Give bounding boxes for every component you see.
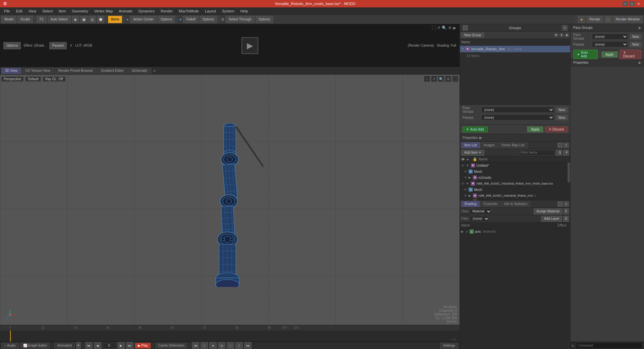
play-btn[interactable]: ▶ Play bbox=[135, 343, 151, 349]
vp-settings-icon[interactable]: ⚙ bbox=[445, 76, 451, 82]
item-list-scrollthumb[interactable] bbox=[568, 162, 570, 183]
item-directional-light[interactable]: 👁 ▶ ☀ Directional Light bbox=[460, 199, 570, 200]
vp-home-icon[interactable]: ⌂ bbox=[424, 76, 430, 82]
shading-item-arm[interactable]: ▶ ✓ ● arm (Material) bbox=[460, 229, 570, 235]
anim-icon-1[interactable]: ⏮ bbox=[192, 342, 199, 349]
pass-groups-select[interactable]: (none) bbox=[481, 107, 554, 113]
shading-s-btn[interactable]: S bbox=[563, 216, 569, 222]
sculpt-tab-btn[interactable]: Sculpt bbox=[17, 16, 33, 23]
menu-edit[interactable]: Edit bbox=[13, 8, 25, 14]
model-tab-btn[interactable]: Model bbox=[1, 16, 16, 23]
tab-render-preset[interactable]: Render Preset Browser bbox=[55, 68, 97, 74]
preview-zoom-icon[interactable]: 🔍 bbox=[442, 26, 447, 30]
audio-btn[interactable]: ♪ Audio bbox=[1, 343, 19, 349]
menu-maxtomodo[interactable]: MaxToModo bbox=[176, 8, 202, 14]
falloff-btn[interactable]: Falloff bbox=[183, 16, 198, 23]
preview-paused-btn[interactable]: Paused bbox=[49, 42, 67, 49]
render-btn[interactable]: Render bbox=[586, 16, 603, 23]
item-m2modo[interactable]: 👁 ▶ ⬟ m2modo bbox=[460, 174, 570, 181]
3d-viewport[interactable]: Perspective Default Ray GL: Off ⌂ ↺ 🔍 ⚙ … bbox=[0, 74, 460, 325]
auto-add-btn[interactable]: ✦ Auto Add bbox=[463, 127, 488, 132]
tool-icon-2[interactable]: ◉ bbox=[80, 16, 88, 23]
command-input[interactable] bbox=[576, 343, 643, 349]
select-through-btn[interactable]: Select Through bbox=[226, 16, 255, 23]
timeline-playhead[interactable] bbox=[10, 331, 11, 342]
menu-layout[interactable]: Layout bbox=[202, 8, 219, 14]
ray-gl-btn[interactable]: Ray GL: Off bbox=[43, 77, 65, 82]
transport-last[interactable]: ⏭ bbox=[126, 342, 133, 349]
menu-file[interactable]: File bbox=[1, 8, 13, 14]
anim-icon-4[interactable]: ◎ bbox=[218, 342, 225, 349]
properties-expand[interactable]: ▶ bbox=[479, 136, 482, 140]
discard-btn[interactable]: ✕ Discard bbox=[545, 127, 568, 132]
filter-select[interactable]: (none) bbox=[470, 216, 489, 222]
add-item-btn[interactable]: Add Item ▼ bbox=[461, 150, 484, 156]
group-vis-3[interactable]: ■ bbox=[565, 33, 569, 37]
tool-icon-4[interactable]: ⬟ bbox=[97, 16, 104, 23]
menu-geometry[interactable]: Geometry bbox=[69, 8, 91, 14]
transport-next[interactable]: ▶ bbox=[117, 342, 125, 349]
passes-new-btn[interactable]: New bbox=[556, 115, 568, 120]
settings-btn[interactable]: Settings bbox=[440, 343, 458, 349]
vp-expand-icon[interactable]: ⛶ bbox=[452, 76, 458, 82]
far-passes-new[interactable]: New bbox=[630, 42, 641, 47]
minimize-button[interactable]: ─ bbox=[623, 1, 628, 6]
filter-s-btn[interactable]: S bbox=[556, 150, 562, 156]
f2-btn[interactable]: F2 bbox=[37, 16, 47, 23]
anim-icon-5[interactable]: ○ bbox=[227, 342, 234, 349]
animated-dropdown[interactable]: ▼ bbox=[76, 342, 81, 349]
anim-icon-2[interactable]: ⟨ bbox=[201, 342, 208, 349]
item-untitled[interactable]: 👁 ▼ ⬟ Untitled* bbox=[460, 162, 570, 168]
item-list-settings-icon[interactable]: ≡ bbox=[564, 143, 569, 148]
preview-options-btn[interactable]: Options bbox=[3, 42, 21, 49]
menu-render[interactable]: Render bbox=[158, 8, 175, 14]
shading-view-select[interactable]: Material bbox=[470, 208, 492, 214]
tab-shading[interactable]: Shading bbox=[461, 201, 480, 207]
render-window-btn[interactable]: Render Window bbox=[613, 16, 643, 23]
anim-icon-7[interactable]: ⏭ bbox=[244, 342, 252, 349]
tab-images[interactable]: Images bbox=[481, 142, 498, 148]
add-viewport-tab[interactable]: + bbox=[152, 68, 157, 73]
far-discard-btn[interactable]: ✕ Discard bbox=[620, 50, 641, 59]
menu-vertex-map[interactable]: Vertex Map bbox=[92, 8, 116, 14]
timeline-track[interactable]: 0 120 bbox=[0, 331, 460, 342]
far-properties-expand[interactable]: ▶ bbox=[639, 61, 641, 64]
item-mesh-2[interactable]: 👁 ▦ Mesh bbox=[460, 187, 570, 193]
tool-icon-3[interactable]: ◎ bbox=[89, 16, 96, 23]
shading-settings-icon[interactable]: ≡ bbox=[564, 201, 569, 207]
transport-first[interactable]: ⏮ bbox=[85, 342, 93, 349]
group-vis-2[interactable]: ✦ bbox=[559, 33, 564, 37]
falloff-options-btn[interactable]: Options bbox=[200, 16, 217, 23]
tab-info-stats[interactable]: Info & Statistics bbox=[501, 201, 530, 207]
item-list-expand-icon[interactable]: ⛶ bbox=[557, 143, 563, 148]
item-abb-abb[interactable]: 👁 ▼ ⬟ ABB_IRB_910SC_Industrial_Robot_Arm… bbox=[460, 181, 570, 187]
anim-icon-3[interactable]: ● bbox=[209, 342, 217, 349]
filter-items-input[interactable] bbox=[519, 150, 555, 156]
filter-f-btn[interactable]: F bbox=[563, 150, 569, 156]
shading-expand-icon[interactable]: ⛶ bbox=[557, 201, 563, 207]
preview-refresh-icon[interactable]: ↺ bbox=[437, 26, 440, 30]
shading-f-btn[interactable]: F bbox=[564, 208, 569, 214]
groups-expand-icon[interactable]: ⛶ bbox=[463, 25, 468, 31]
menu-dynamics[interactable]: Dynamics bbox=[136, 8, 157, 14]
preview-more-icon[interactable]: ▶ bbox=[453, 26, 456, 30]
tool-icon-1[interactable]: ◈ bbox=[72, 16, 79, 23]
far-pass-groups-new[interactable]: New bbox=[630, 34, 641, 39]
tab-schematic[interactable]: Schematic bbox=[128, 68, 151, 74]
animated-btn[interactable]: Animated bbox=[54, 343, 74, 349]
far-right-expand-icon[interactable]: ▶ bbox=[639, 26, 641, 30]
passes-select[interactable]: (none) bbox=[481, 114, 554, 120]
tab-item-list[interactable]: Item List bbox=[461, 142, 480, 148]
select-options-btn[interactable]: Options bbox=[256, 16, 273, 23]
menu-system[interactable]: System bbox=[219, 8, 237, 14]
apply-btn[interactable]: Apply bbox=[527, 127, 543, 132]
new-group-btn[interactable]: New Group bbox=[461, 33, 484, 38]
menu-view[interactable]: View bbox=[26, 8, 39, 14]
far-auto-add-btn[interactable]: ✦ Auto Add bbox=[573, 50, 598, 59]
default-btn[interactable]: Default bbox=[25, 77, 41, 82]
item-list-scrollbar[interactable] bbox=[568, 162, 570, 200]
close-button[interactable]: ✕ bbox=[636, 1, 641, 6]
tab-vertex-map[interactable]: Vertex Map List bbox=[498, 142, 528, 148]
anim-icon-6[interactable]: ⟩ bbox=[235, 342, 243, 349]
menu-help[interactable]: Help bbox=[238, 8, 251, 14]
